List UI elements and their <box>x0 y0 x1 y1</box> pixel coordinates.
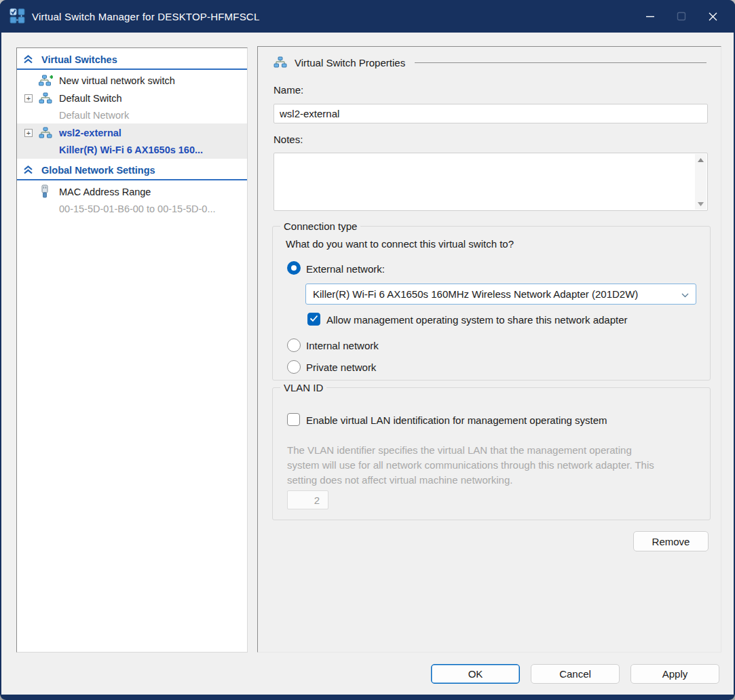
tree-item-mac-address-range[interactable]: MAC Address Range <box>17 183 247 201</box>
name-label: Name: <box>274 84 303 96</box>
cancel-button-label: Cancel <box>559 668 591 680</box>
expand-plus-icon[interactable]: + <box>24 129 33 137</box>
tree-subitem-label: Killer(R) Wi-Fi 6 AX1650s 160... <box>59 144 203 155</box>
section-underline <box>17 179 247 180</box>
vlan-description-line: setting does not affect virtual machine … <box>287 473 700 488</box>
enable-vlan-label[interactable]: Enable virtual LAN identification for ma… <box>306 414 607 426</box>
hyperv-app-icon <box>10 8 26 24</box>
chevron-down-icon <box>681 288 689 300</box>
maximize-button <box>666 0 697 33</box>
network-switch-icon <box>274 56 288 69</box>
minimize-button[interactable] <box>635 0 666 33</box>
scroll-up-icon[interactable] <box>695 154 706 166</box>
collapse-chevron-icon[interactable] <box>23 54 33 64</box>
expand-plus-icon[interactable]: + <box>24 94 33 102</box>
notes-textarea[interactable] <box>274 153 708 211</box>
apply-button-label: Apply <box>662 668 688 680</box>
network-switch-icon <box>39 127 53 139</box>
share-adapter-checkbox[interactable] <box>307 313 320 326</box>
enable-vlan-checkbox[interactable] <box>287 413 300 426</box>
adapter-dropdown-value: Killer(R) Wi-Fi 6 AX1650s 160MHz Wireles… <box>313 288 676 300</box>
connection-question: What do you want to connect this virtual… <box>286 238 514 250</box>
header-rule <box>415 62 706 63</box>
internal-network-label[interactable]: Internal network <box>306 340 379 351</box>
tree-item-new-virtual-network-switch[interactable]: New virtual network switch <box>17 72 247 90</box>
vlan-id-input[interactable] <box>287 490 328 509</box>
tree-item-label: Default Switch <box>59 93 122 104</box>
tree-subitem-mac-range[interactable]: 00-15-5D-01-B6-00 to 00-15-5D-0... <box>17 201 247 217</box>
properties-pane: Virtual Switch Properties Name: Notes: <box>257 46 721 653</box>
vlan-id-group-label: VLAN ID <box>280 382 326 393</box>
ok-button-label: OK <box>468 668 483 680</box>
tree-item-wsl2-external-selected[interactable]: + wsl2-external Killer(R) Wi-Fi 6 AX1650… <box>17 123 247 159</box>
remove-button-label: Remove <box>652 536 690 547</box>
tree-item-label: wsl2-external <box>59 128 121 138</box>
window-controls <box>635 0 728 33</box>
properties-header: Virtual Switch Properties <box>274 56 708 69</box>
tree-subitem-label: Default Network <box>59 110 129 121</box>
dialog-body: Virtual Switches New virtual network swi… <box>1 33 734 695</box>
private-network-label[interactable]: Private network <box>306 362 376 373</box>
apply-button[interactable]: Apply <box>630 664 719 684</box>
internal-network-radio[interactable] <box>287 338 301 352</box>
tree-item-label: MAC Address Range <box>59 187 151 197</box>
vlan-description-line: system will use for all network communic… <box>287 458 700 473</box>
window-title: Virtual Switch Manager for DESKTOP-HFMFS… <box>32 11 259 22</box>
connection-type-group-label: Connection type <box>280 220 360 232</box>
tree-item-default-switch[interactable]: + Default Switch <box>17 90 247 107</box>
section-label: Virtual Switches <box>41 54 117 65</box>
notes-scrollbar[interactable] <box>695 154 706 210</box>
tree-subitem-label: 00-15-5D-01-B6-00 to 00-15-5D-0... <box>59 203 216 214</box>
remove-button[interactable]: Remove <box>633 531 709 551</box>
vlan-description: The VLAN identifier specifies the virtua… <box>287 443 700 488</box>
switch-tree-panel: Virtual Switches New virtual network swi… <box>16 47 248 653</box>
adapter-dropdown[interactable]: Killer(R) Wi-Fi 6 AX1650s 160MHz Wireles… <box>305 284 696 305</box>
tree-item-label: New virtual network switch <box>59 75 175 86</box>
section-underline <box>17 69 247 70</box>
private-network-radio[interactable] <box>287 360 301 374</box>
network-switch-plus-icon <box>39 75 53 87</box>
close-button[interactable] <box>697 0 728 33</box>
network-connector-icon <box>40 184 50 199</box>
network-switch-icon <box>39 92 53 104</box>
section-label: Global Network Settings <box>41 165 155 176</box>
vlan-description-line: The VLAN identifier specifies the virtua… <box>287 443 700 458</box>
virtual-switch-manager-window: Virtual Switch Manager for DESKTOP-HFMFS… <box>0 0 735 700</box>
titlebar: Virtual Switch Manager for DESKTOP-HFMFS… <box>0 0 735 33</box>
tree-section-virtual-switches[interactable]: Virtual Switches <box>17 50 247 69</box>
external-network-label[interactable]: External network: <box>306 263 385 275</box>
external-network-radio[interactable] <box>287 261 301 275</box>
notes-label: Notes: <box>274 134 303 145</box>
pane-title: Virtual Switch Properties <box>295 57 405 69</box>
scroll-down-icon[interactable] <box>695 198 706 210</box>
share-adapter-label[interactable]: Allow management operating system to sha… <box>326 314 628 326</box>
collapse-chevron-icon[interactable] <box>23 165 33 175</box>
name-input[interactable] <box>274 104 708 123</box>
tree-subitem-default-network[interactable]: Default Network <box>17 107 247 123</box>
cancel-button[interactable]: Cancel <box>531 664 620 684</box>
ok-button[interactable]: OK <box>431 664 520 684</box>
tree-section-global-network-settings[interactable]: Global Network Settings <box>17 161 247 179</box>
